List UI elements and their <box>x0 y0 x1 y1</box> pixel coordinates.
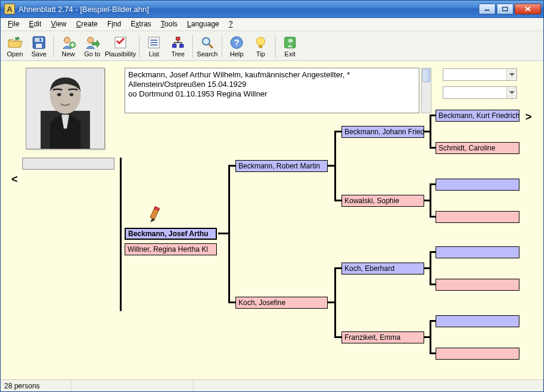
list-button[interactable]: List <box>142 33 166 59</box>
person-arrow-icon <box>84 35 100 50</box>
menu-tools[interactable]: Tools <box>156 18 182 31</box>
pencil-icon <box>149 206 161 224</box>
exit-icon <box>282 35 298 50</box>
maximize-button[interactable] <box>497 4 513 14</box>
mother-box[interactable]: Koch, Josefine <box>235 297 328 309</box>
toolbar-separator <box>192 35 193 58</box>
menu-create[interactable]: Create <box>71 18 102 31</box>
ancestor-empty[interactable] <box>436 348 519 360</box>
svg-rect-5 <box>35 38 43 42</box>
toolbar-separator <box>275 35 276 58</box>
chevron-down-icon <box>506 87 516 98</box>
save-button[interactable]: Save <box>27 33 51 59</box>
close-button[interactable] <box>515 4 541 14</box>
detail-line: oo Dortmund 01.10.1953 Regina Willner <box>128 89 416 99</box>
new-button[interactable]: New <box>56 33 80 59</box>
nav-right-arrow[interactable]: > <box>525 111 532 123</box>
descendants-bracket <box>118 158 122 311</box>
menu-file[interactable]: File <box>3 18 24 31</box>
window-title: Ahnenblatt 2.74 - [Beispiel-Bilder.ahn] <box>19 5 479 14</box>
detail-line: Allenstein/Ostpreußen 15.04.1929 <box>128 80 416 89</box>
person-portrait[interactable] <box>26 68 105 149</box>
svg-rect-24 <box>259 45 262 48</box>
person-plus-icon <box>61 35 76 50</box>
svg-point-32 <box>69 93 73 96</box>
filter-combo-1[interactable] <box>443 68 517 81</box>
menu-extras[interactable]: Extras <box>126 18 156 31</box>
svg-point-31 <box>57 93 61 96</box>
svg-rect-0 <box>485 10 489 11</box>
svg-rect-1 <box>503 7 507 11</box>
checklist-icon <box>113 35 128 50</box>
center-person[interactable]: Beckmann, Josef Arthu <box>125 228 217 240</box>
help-button[interactable]: ? Help <box>225 33 249 59</box>
status-cell <box>194 380 543 391</box>
toolbar-separator <box>222 35 222 58</box>
ancestor-empty[interactable] <box>436 211 519 223</box>
paternal-grandfather-box[interactable]: Beckmann, Johann Friedr <box>341 126 424 138</box>
lightbulb-icon <box>253 35 268 50</box>
exit-button[interactable]: Exit <box>278 33 302 59</box>
statusbar: 28 persons <box>1 379 543 391</box>
open-button[interactable]: Open <box>3 33 27 59</box>
chevron-down-icon <box>506 69 516 80</box>
list-icon <box>146 35 162 50</box>
descendant-empty[interactable] <box>22 158 114 170</box>
tree-button[interactable]: Tree <box>166 33 190 59</box>
minimize-button[interactable] <box>479 4 495 14</box>
ancestor-empty[interactable] <box>436 246 519 258</box>
paternal-great-grandfather-box[interactable]: Beckmann, Kurt Friedrich <box>436 110 519 122</box>
menubar: File Edit View Create Find Extras Tools … <box>1 18 543 31</box>
status-cell <box>71 380 194 391</box>
detail-scrollbar[interactable] <box>421 68 431 113</box>
menu-help[interactable]: ? <box>224 18 238 31</box>
folder-open-icon <box>7 35 23 50</box>
svg-rect-6 <box>36 44 42 48</box>
menu-find[interactable]: Find <box>102 18 126 31</box>
scrollbar-thumb[interactable] <box>422 69 430 82</box>
person-detail-text: Beckmann, Josef Arthur Wilhelm, kaufmänn… <box>125 68 419 113</box>
ancestor-empty[interactable] <box>436 315 519 327</box>
paternal-great-grandmother-box[interactable]: Schmidt, Caroline <box>436 142 519 154</box>
svg-rect-17 <box>173 44 176 47</box>
portrait-placeholder-icon <box>26 68 104 149</box>
detail-line: Beckmann, Josef Arthur Wilhelm, kaufmänn… <box>128 70 416 80</box>
floppy-icon <box>31 35 47 50</box>
father-box[interactable]: Beckmann, Robert Martin <box>235 160 328 172</box>
svg-rect-18 <box>180 44 183 47</box>
help-icon: ? <box>229 35 244 50</box>
maternal-grandfather-box[interactable]: Koch, Eberhard <box>341 263 424 275</box>
svg-text:?: ? <box>234 37 239 47</box>
toolbar-separator <box>139 35 140 58</box>
menu-view[interactable]: View <box>46 18 71 31</box>
svg-point-19 <box>203 38 210 45</box>
ancestor-empty[interactable] <box>436 179 519 191</box>
center-spouse[interactable]: Willner, Regina Hertha Kl <box>125 243 217 255</box>
paternal-grandmother-box[interactable]: Kowalski, Sophie <box>341 195 424 207</box>
plausibility-button[interactable]: Plausibility <box>104 33 137 59</box>
workarea: Beckmann, Josef Arthur Wilhelm, kaufmänn… <box>1 61 543 379</box>
svg-rect-7 <box>40 38 41 41</box>
menu-language[interactable]: Language <box>182 18 223 31</box>
svg-point-23 <box>256 37 265 46</box>
goto-button[interactable]: Go to <box>80 33 104 59</box>
status-persons: 28 persons <box>1 380 71 391</box>
search-icon <box>200 35 215 50</box>
close-icon <box>524 6 531 12</box>
toolbar: Open Save New Go to <box>1 31 543 61</box>
filter-combo-2[interactable] <box>443 86 517 99</box>
nav-left-arrow[interactable]: < <box>11 173 18 186</box>
toolbar-separator <box>53 35 54 58</box>
svg-line-20 <box>209 44 213 48</box>
ancestor-empty[interactable] <box>436 279 519 291</box>
search-button[interactable]: Search <box>195 33 219 59</box>
maximize-icon <box>502 7 508 11</box>
app-icon: A <box>4 4 15 14</box>
tree-icon <box>170 35 186 50</box>
minimize-icon <box>484 7 490 11</box>
tip-button[interactable]: Tip <box>249 33 273 59</box>
menu-edit[interactable]: Edit <box>24 18 46 31</box>
titlebar: A Ahnenblatt 2.74 - [Beispiel-Bilder.ahn… <box>1 1 543 18</box>
app-window: A Ahnenblatt 2.74 - [Beispiel-Bilder.ahn… <box>0 0 544 392</box>
maternal-grandmother-box[interactable]: Franzikeit, Emma <box>341 331 424 343</box>
